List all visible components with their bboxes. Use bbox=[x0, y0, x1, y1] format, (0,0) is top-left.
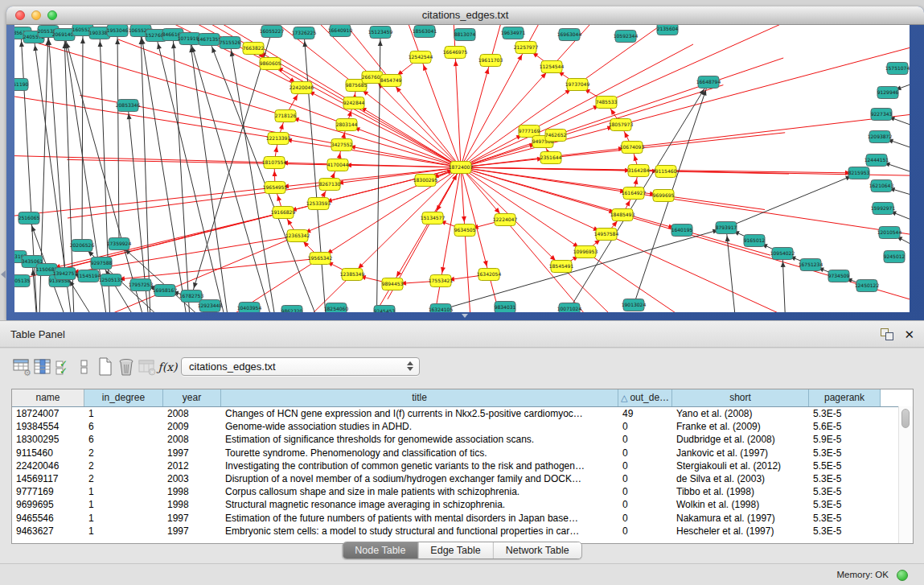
graph-node-14957584[interactable]: 14957584 bbox=[594, 229, 619, 241]
table-cell[interactable]: 9699695 bbox=[12, 498, 84, 511]
table-cell[interactable]: Franke et al. (2009) bbox=[672, 420, 809, 433]
graph-node-4170044[interactable]: 4170044 bbox=[327, 159, 349, 171]
graph-node-2351644[interactable]: 2351644 bbox=[540, 152, 562, 164]
table-row[interactable]: 1938455462009Genome-wide association stu… bbox=[12, 420, 913, 433]
column-header-pagerank[interactable]: pagerank bbox=[809, 389, 881, 406]
graph-node-12923448[interactable]: 12923448 bbox=[198, 300, 223, 312]
graph-node-9734509[interactable]: 9734509 bbox=[828, 270, 850, 282]
graph-node-12533593[interactable]: 12533593 bbox=[306, 198, 331, 210]
graph-node-9894453[interactable]: 9894453 bbox=[382, 278, 404, 290]
table-cell[interactable]: 9777169 bbox=[12, 485, 84, 498]
table-cell[interactable]: 5.3E-5 bbox=[809, 472, 881, 485]
graph-node-18300295[interactable]: 18300295 bbox=[413, 175, 438, 187]
table-row[interactable]: 946362711997Embryonic stem cells: a mode… bbox=[12, 525, 913, 538]
graph-node-9129946[interactable]: 9129946 bbox=[877, 87, 899, 99]
graph-node-9634505[interactable]: 9634505 bbox=[454, 225, 476, 237]
table-cell[interactable]: 0 bbox=[618, 447, 672, 459]
table-cell[interactable]: 6 bbox=[84, 420, 163, 433]
delete-attribute-icon[interactable] bbox=[116, 356, 136, 377]
graph-node-17553421[interactable]: 17553421 bbox=[429, 275, 454, 287]
graph-node-9165012[interactable]: 9165012 bbox=[744, 235, 766, 247]
table-cell[interactable]: 2 bbox=[84, 459, 163, 472]
table-cell[interactable]: 5.9E-5 bbox=[809, 433, 881, 446]
table-select-combobox[interactable]: citations_edges.txt bbox=[181, 357, 420, 376]
table-cell[interactable]: Wolkin et al. (1998) bbox=[672, 498, 809, 511]
table-cell[interactable]: 5.5E-5 bbox=[809, 459, 881, 472]
table-cell[interactable]: 6 bbox=[84, 433, 163, 446]
graph-node-9115460[interactable]: 9115460 bbox=[655, 166, 677, 178]
graph-node-9834031[interactable]: 9834031 bbox=[495, 302, 516, 313]
control-panel-collapse-arrow[interactable] bbox=[1, 270, 6, 278]
graph-node-1640195[interactable]: 1640195 bbox=[671, 225, 693, 237]
table-cell[interactable]: 49 bbox=[618, 407, 672, 420]
graph-node-2718126[interactable]: 2718126 bbox=[275, 110, 297, 122]
graph-node-12093872[interactable]: 12093872 bbox=[868, 131, 893, 143]
graph-node-19737049[interactable]: 19737049 bbox=[565, 79, 590, 91]
graph-node-12010544[interactable]: 12010544 bbox=[877, 227, 902, 239]
table-cell[interactable]: Tourette syndrome. Phenomenology and cla… bbox=[221, 447, 618, 459]
graph-node-12505135[interactable]: 12505135 bbox=[99, 274, 124, 286]
graph-node-16958167[interactable]: 16958167 bbox=[153, 285, 178, 297]
table-cell[interactable]: 0 bbox=[618, 472, 672, 485]
graph-node-9862320[interactable]: 9862320 bbox=[281, 306, 303, 313]
table-cell[interactable]: Genome-wide association studies in ADHD. bbox=[221, 420, 618, 433]
graph-node-16751234[interactable]: 16751234 bbox=[799, 259, 823, 271]
table-row[interactable]: 946554611997Estimation of the future num… bbox=[12, 512, 913, 525]
graph-node-7515526[interactable]: 7515526 bbox=[220, 37, 241, 49]
table-cell[interactable]: 2009 bbox=[163, 420, 221, 433]
graph-node-12450122[interactable]: 12450122 bbox=[855, 280, 880, 292]
graph-node-10403954[interactable]: 10403954 bbox=[237, 303, 262, 313]
graph-node-12224047[interactable]: 12224047 bbox=[493, 214, 518, 226]
graph-node-18724007[interactable]: 18724007 bbox=[449, 162, 474, 174]
graph-node-2135604[interactable]: 2135604 bbox=[657, 25, 679, 35]
selection-mode-icon[interactable]: ✓ ✓ bbox=[53, 356, 73, 377]
graph-node-9245012[interactable]: 9245012 bbox=[884, 251, 906, 263]
table-cell[interactable]: 5.6E-5 bbox=[809, 420, 881, 433]
table-vertical-scrollbar[interactable] bbox=[898, 406, 913, 543]
graph-node-18057973[interactable]: 18057973 bbox=[609, 119, 634, 131]
table-cell[interactable]: 0 bbox=[618, 525, 672, 538]
new-table-icon[interactable] bbox=[95, 356, 115, 377]
graph-node-15992971[interactable]: 15992971 bbox=[871, 203, 896, 215]
table-cell[interactable]: Tibbo et al. (1998) bbox=[672, 485, 809, 498]
graph-node-19013024[interactable]: 19013024 bbox=[622, 299, 647, 311]
graph-node-16210643[interactable]: 16210643 bbox=[869, 180, 894, 192]
tab-edge-table[interactable]: Edge Table bbox=[417, 542, 492, 558]
graph-node-2803144[interactable]: 2803144 bbox=[336, 119, 358, 131]
table-cell[interactable]: 2003 bbox=[163, 472, 221, 485]
table-cell[interactable]: de Silva et al. (2003) bbox=[672, 472, 809, 485]
graph-node-11545194[interactable]: 11545194 bbox=[76, 270, 101, 282]
close-panel-icon[interactable]: ✕ bbox=[904, 327, 914, 343]
table-cell[interactable]: Jankovic et al. (1997) bbox=[672, 447, 809, 459]
graph-node-7663822[interactable]: 7663822 bbox=[243, 43, 265, 55]
graph-node-9245453[interactable]: 9245453 bbox=[374, 306, 396, 313]
graph-node-12213393[interactable]: 12213393 bbox=[266, 133, 291, 145]
graph-node-16324105[interactable]: 16324105 bbox=[429, 304, 454, 313]
table-cell[interactable]: Stergiakouli et al. (2012) bbox=[672, 459, 809, 472]
table-cell[interactable]: 1998 bbox=[163, 498, 221, 511]
table-cell[interactable]: 19384554 bbox=[12, 420, 84, 433]
graph-node-16648794[interactable]: 16648794 bbox=[696, 76, 721, 89]
table-cell[interactable]: 1 bbox=[84, 512, 163, 525]
table-cell[interactable]: 1 bbox=[84, 525, 163, 538]
table-row[interactable]: 969969511998Structural magnetic resonanc… bbox=[12, 498, 913, 511]
graph-node-15751074[interactable]: 15751074 bbox=[885, 63, 910, 75]
network-canvas[interactable]: 1856304240557220553812069140616055251903… bbox=[14, 25, 910, 312]
table-row[interactable]: 977716911998Corpus callosum shape and si… bbox=[12, 485, 913, 498]
graph-node-16164927[interactable]: 16164927 bbox=[622, 187, 647, 200]
graph-node-15123459[interactable]: 15123459 bbox=[368, 27, 393, 39]
graph-node-18563041[interactable]: 18563041 bbox=[413, 26, 437, 38]
table-cell[interactable]: 9463627 bbox=[12, 525, 84, 538]
graph-node-16055227[interactable]: 16055227 bbox=[260, 26, 285, 38]
clear-selection-icon[interactable] bbox=[74, 356, 94, 377]
table-cell[interactable]: Dudbridge et al. (2008) bbox=[672, 433, 809, 446]
table-cell[interactable]: 1 bbox=[84, 407, 163, 420]
graph-node-17957253[interactable]: 17957253 bbox=[129, 279, 154, 291]
graph-node-13942757[interactable]: 13942757 bbox=[53, 268, 78, 280]
graph-node-12385349[interactable]: 12385349 bbox=[340, 269, 365, 281]
graph-node-16963044[interactable]: 16963044 bbox=[557, 29, 582, 41]
panel-splitter-handle[interactable] bbox=[459, 313, 470, 319]
graph-node-2516065[interactable]: 2516065 bbox=[18, 212, 40, 225]
table-cell[interactable]: 18724007 bbox=[12, 407, 84, 420]
table-cell[interactable]: Disruption of a novel member of a sodium… bbox=[221, 472, 618, 485]
